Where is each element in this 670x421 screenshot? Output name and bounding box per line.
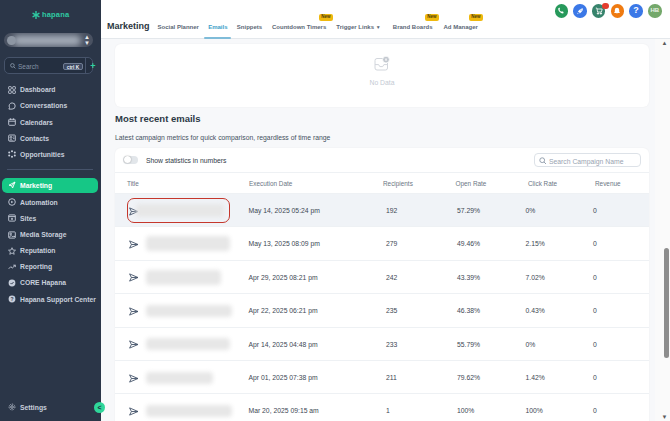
svg-text:?: ?: [10, 296, 13, 302]
